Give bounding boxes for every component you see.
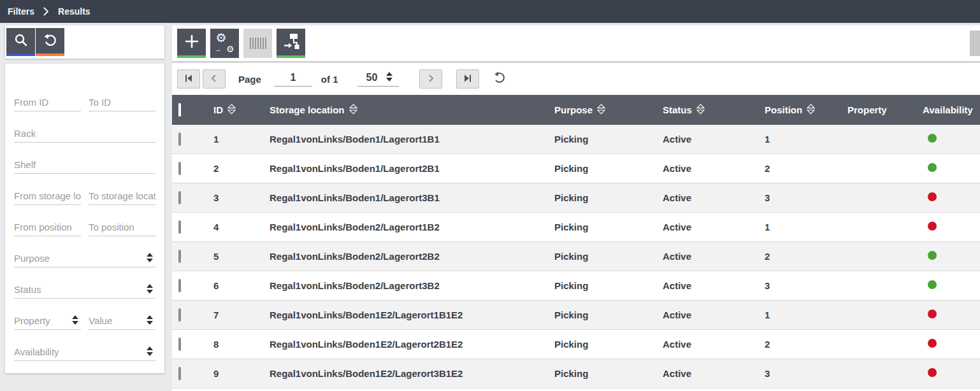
cell-availability <box>923 309 980 320</box>
cell-purpose: Picking <box>554 280 663 291</box>
breadcrumb-item-filters[interactable]: Filters <box>8 6 34 17</box>
reset-button[interactable] <box>36 28 64 56</box>
row-checkbox[interactable] <box>178 162 181 175</box>
page-number-input[interactable] <box>274 72 312 87</box>
add-button[interactable] <box>177 29 206 58</box>
spinner-icon[interactable] <box>69 315 81 326</box>
search-button[interactable] <box>6 28 35 56</box>
cell-position: 2 <box>765 251 847 262</box>
row-checkbox[interactable] <box>178 367 181 380</box>
value-select[interactable]: Value <box>89 315 155 330</box>
property-select[interactable]: Property <box>14 315 81 330</box>
last-page-icon <box>463 73 473 85</box>
cell-storage-location: Regal1vonLinks/Boden1/Lagerort1B1 <box>270 134 554 145</box>
availability-dot-green <box>928 251 937 260</box>
status-select[interactable]: Status <box>14 284 155 299</box>
placeholder-label: Property <box>14 315 50 326</box>
row-checkbox[interactable] <box>178 220 181 234</box>
to-storage-location-input[interactable] <box>89 190 155 201</box>
spinner-icon[interactable] <box>144 253 155 264</box>
row-checkbox[interactable] <box>178 250 181 263</box>
select-all-checkbox[interactable] <box>178 103 181 117</box>
column-header-label: Status <box>663 104 692 115</box>
column-header-status[interactable]: Status <box>663 104 765 117</box>
vertical-scrollbar-thumb[interactable] <box>970 31 980 56</box>
column-header-id[interactable]: ID <box>213 104 270 117</box>
spinner-icon[interactable] <box>144 315 155 326</box>
table-row[interactable]: 2Regal1vonLinks/Boden1/Lagerort2B1Pickin… <box>172 154 980 183</box>
spinner-icon[interactable] <box>384 72 395 83</box>
filter-panel: PurposeStatusPropertyValueAvailability <box>5 64 164 373</box>
row-checkbox[interactable] <box>178 338 181 351</box>
purpose-select[interactable]: Purpose <box>14 253 155 267</box>
sort-icon[interactable] <box>349 104 357 117</box>
column-header-purpose[interactable]: Purpose <box>554 104 663 117</box>
page-count-label: of 1 <box>321 74 338 85</box>
cell-position: 1 <box>765 309 847 320</box>
row-checkbox[interactable] <box>178 308 181 322</box>
cell-position: 3 <box>765 192 847 203</box>
triangle-down-icon <box>147 290 153 294</box>
from-position-input[interactable] <box>14 222 81 232</box>
table-row[interactable]: 4Regal1vonLinks/Boden2/Lagerort1B2Pickin… <box>172 213 980 242</box>
checkbox-cell <box>172 251 213 262</box>
column-header-position[interactable]: Position <box>765 104 847 117</box>
to-id-input[interactable] <box>89 97 155 108</box>
sort-icon[interactable] <box>597 104 605 117</box>
triangle-up-icon <box>147 346 153 350</box>
filter-row <box>14 143 155 174</box>
availability-dot-red <box>928 309 937 318</box>
spinner-icon[interactable] <box>144 284 155 295</box>
page-label: Page <box>238 74 261 85</box>
batch-settings-button[interactable]: ⚙⚙→ <box>210 29 239 58</box>
breadcrumb: Filters Results <box>0 0 980 23</box>
spinner-icon[interactable] <box>144 346 155 357</box>
sort-icon[interactable] <box>227 104 236 117</box>
table-row[interactable]: 5Regal1vonLinks/Boden2/Lagerort2B2Pickin… <box>172 242 980 271</box>
sort-icon[interactable] <box>807 104 815 117</box>
table-row[interactable]: 3Regal1vonLinks/Boden1/Lagerort3B1Pickin… <box>172 183 980 213</box>
column-header-storage-location[interactable]: Storage location <box>270 104 554 117</box>
availability-select[interactable]: Availability <box>14 346 155 361</box>
table-row[interactable]: 9Regal1vonLinks/Boden1E2/Lagerort3B1E2Pi… <box>172 359 980 388</box>
row-checkbox[interactable] <box>178 132 181 146</box>
cell-status: Active <box>663 134 765 145</box>
refresh-button[interactable] <box>493 71 506 87</box>
shelf-input[interactable] <box>14 159 155 170</box>
triangle-up-icon <box>72 315 78 319</box>
pagination-bar: Page of 1 50 <box>172 63 980 95</box>
cell-position: 1 <box>765 222 847 232</box>
hierarchy-button[interactable] <box>277 29 305 58</box>
triangle-up-icon <box>147 253 153 257</box>
table-row[interactable]: 6Regal1vonLinks/Boden2/Lagerort3B2Pickin… <box>172 271 980 301</box>
cell-id: 8 <box>213 339 270 350</box>
row-checkbox[interactable] <box>178 191 181 204</box>
triangle-down-icon <box>72 321 78 325</box>
next-page-button[interactable] <box>419 69 442 89</box>
cell-storage-location: Regal1vonLinks/Boden2/Lagerort2B2 <box>270 251 554 262</box>
cell-position: 2 <box>765 163 847 174</box>
table-row[interactable]: 8Regal1vonLinks/Boden1E2/Lagerort2B1E2Pi… <box>172 330 980 359</box>
breadcrumb-item-results[interactable]: Results <box>58 6 90 17</box>
from-storage-location-input[interactable] <box>14 190 81 201</box>
cell-storage-location: Regal1vonLinks/Boden1E2/Lagerort3B1E2 <box>270 368 554 379</box>
table-row[interactable]: 7Regal1vonLinks/Boden1E2/Lagerort1B1E2Pi… <box>172 301 980 330</box>
filter-actions-toolbar <box>5 25 164 59</box>
cell-status: Active <box>663 163 765 174</box>
prev-page-button[interactable] <box>203 69 226 89</box>
refresh-icon <box>493 71 506 87</box>
results-table-panel: Page of 1 50 <box>172 63 980 391</box>
first-page-button[interactable] <box>177 69 200 89</box>
cell-status: Active <box>663 309 765 320</box>
placeholder-label: Value <box>89 315 112 326</box>
chevron-right-icon <box>426 73 436 85</box>
sort-icon[interactable] <box>696 104 705 117</box>
last-page-button[interactable] <box>456 69 479 89</box>
to-position-input[interactable] <box>89 222 155 232</box>
rack-input[interactable] <box>14 128 155 139</box>
table-row[interactable]: 1Regal1vonLinks/Boden1/Lagerort1B1Pickin… <box>172 125 980 154</box>
placeholder-label: Purpose <box>14 253 50 264</box>
row-checkbox[interactable] <box>178 279 181 292</box>
from-id-input[interactable] <box>14 97 81 108</box>
page-size-select[interactable]: 50 <box>357 72 400 87</box>
